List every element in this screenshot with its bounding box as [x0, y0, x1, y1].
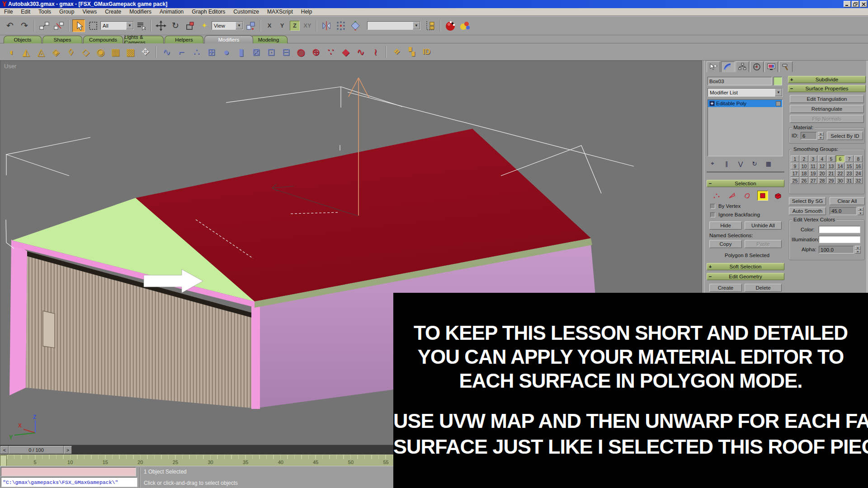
noise-modifier-icon[interactable]: ◈: [49, 45, 63, 59]
hide-button[interactable]: Hide: [709, 221, 742, 230]
smoothing-group-button[interactable]: 10: [800, 163, 808, 169]
cylinder-primitive-icon[interactable]: ▮: [235, 45, 248, 59]
material-id-spinner[interactable]: ▲▼: [818, 132, 824, 140]
minimize-button[interactable]: [844, 1, 851, 7]
alpha-spinner[interactable]: ▲▼: [855, 246, 861, 253]
select-by-id-button[interactable]: Select By ID: [827, 131, 863, 140]
tab-compounds[interactable]: Compounds: [83, 36, 123, 43]
menu-item[interactable]: Group: [55, 9, 78, 15]
taper-modifier-icon[interactable]: ◭: [19, 45, 33, 59]
menu-item[interactable]: Help: [297, 9, 316, 15]
select-by-sg-button[interactable]: Select By SG: [789, 197, 826, 205]
separator[interactable]: [156, 46, 156, 58]
xform-modifier-icon[interactable]: ⊠: [250, 45, 263, 59]
smoothing-group-button[interactable]: 12: [818, 163, 826, 169]
polygon-mode-icon[interactable]: [757, 191, 768, 201]
delete-button[interactable]: Delete: [745, 284, 782, 292]
door[interactable]: [43, 311, 55, 348]
unlink-selection-icon[interactable]: [52, 19, 65, 32]
tab-lights-cameras[interactable]: Lights & Cameras: [124, 36, 164, 43]
surface-properties-rollout-header[interactable]: − Surface Properties: [788, 85, 866, 92]
copy-button[interactable]: Copy: [709, 240, 742, 248]
tab-objects[interactable]: Objects: [4, 36, 42, 43]
smoothing-group-button[interactable]: 24: [854, 170, 863, 177]
restore-button[interactable]: [852, 1, 859, 7]
smoothing-group-button[interactable]: 5: [827, 155, 835, 162]
smoothing-group-button[interactable]: 27: [809, 177, 817, 184]
smoothing-group-button[interactable]: 19: [809, 170, 817, 177]
smoothing-group-button[interactable]: 30: [836, 177, 844, 184]
display-panel-tab[interactable]: [764, 61, 778, 72]
tab-modifiers[interactable]: Modifiers: [204, 35, 253, 43]
smoothing-group-button[interactable]: 1: [791, 155, 799, 162]
checker-map-icon[interactable]: ▚: [405, 45, 419, 59]
uvw-map-icon[interactable]: ❖: [390, 45, 404, 59]
box-cage-icon[interactable]: ⊟: [279, 45, 293, 59]
stack-tool-icon[interactable]: ↻: [750, 159, 760, 168]
smoothing-group-button[interactable]: 18: [800, 170, 808, 177]
listener-input[interactable]: "C:\gmax\gamepacks\FSX_GMaxGamepack\": [1, 477, 137, 487]
select-and-move-icon[interactable]: [155, 19, 167, 32]
close-button[interactable]: [860, 1, 867, 7]
by-vertex-checkbox[interactable]: [710, 204, 715, 209]
spherify-modifier-icon[interactable]: ◉: [94, 45, 108, 59]
tab-helpers[interactable]: Helpers: [165, 36, 203, 43]
macro-recorder-pane[interactable]: [1, 467, 136, 476]
wire-sphere-icon[interactable]: ◍: [294, 45, 308, 59]
redo-icon[interactable]: ↷: [18, 19, 31, 32]
auto-smooth-field[interactable]: 45.0: [830, 207, 857, 215]
align-icon[interactable]: [349, 19, 362, 32]
bend-modifier-icon[interactable]: ◖: [5, 45, 18, 59]
restrict-xy-button[interactable]: XY: [302, 21, 312, 31]
smoothing-group-button[interactable]: 6: [836, 155, 844, 162]
selection-rollout-header[interactable]: − Selection: [707, 180, 784, 187]
retriangulate-button[interactable]: Retriangulate: [790, 105, 864, 113]
restrict-x-button[interactable]: X: [264, 21, 274, 31]
menu-item[interactable]: Views: [78, 9, 101, 15]
select-and-manipulate-icon[interactable]: ✦: [198, 19, 211, 32]
stack-tool-icon[interactable]: ⌖: [708, 159, 717, 168]
chevron-down-icon[interactable]: ▼: [413, 22, 420, 29]
array-icon[interactable]: [335, 19, 347, 32]
prev-frame-button[interactable]: <: [0, 446, 9, 454]
snaps-toggle-icon[interactable]: [424, 19, 437, 32]
smoothing-group-button[interactable]: 14: [836, 163, 844, 169]
menu-item[interactable]: Tools: [34, 9, 55, 15]
smoothing-group-button[interactable]: 29: [827, 177, 835, 184]
squeeze-modifier-icon[interactable]: ◇: [79, 45, 93, 59]
soft-selection-rollout-header[interactable]: + Soft Selection: [707, 263, 784, 270]
smoothing-group-button[interactable]: 26: [800, 177, 808, 184]
smoothing-group-button[interactable]: 16: [854, 163, 863, 169]
smoothing-group-button[interactable]: 11: [809, 163, 817, 169]
smoothing-group-button[interactable]: 8: [854, 155, 863, 162]
restrict-y-button[interactable]: Y: [277, 21, 287, 31]
vertex-paint-icon[interactable]: ∵: [324, 45, 338, 59]
corner-pink-trim[interactable]: [251, 299, 260, 409]
menu-item[interactable]: Animation: [156, 9, 188, 15]
twist-modifier-icon[interactable]: ◬: [34, 45, 48, 59]
vertex-color-swatch[interactable]: [819, 226, 860, 233]
expand-plus-icon[interactable]: [709, 101, 715, 106]
render-icon[interactable]: [458, 19, 471, 32]
xform-center-icon[interactable]: ✥: [139, 45, 152, 59]
menu-item[interactable]: Graph Editors: [188, 9, 229, 15]
material-id-icon[interactable]: ID: [420, 45, 434, 59]
auto-smooth-spinner[interactable]: ▲▼: [858, 207, 863, 215]
selection-filter-dropdown[interactable]: All ▼: [100, 21, 134, 30]
smoothing-group-button[interactable]: 7: [845, 155, 854, 162]
select-and-link-icon[interactable]: [38, 19, 51, 32]
visibility-toggle-icon[interactable]: [776, 101, 781, 106]
smoothing-group-button[interactable]: 3: [809, 155, 817, 162]
lattice-modifier-icon[interactable]: ▦: [109, 45, 123, 59]
clear-all-button[interactable]: Clear All: [830, 197, 865, 205]
menu-item[interactable]: MAXScript: [263, 9, 297, 15]
menu-item[interactable]: Create: [101, 9, 125, 15]
edit-triangulation-button[interactable]: Edit Triangulation: [790, 95, 864, 103]
menu-item[interactable]: Modifiers: [125, 9, 156, 15]
scatter-icon[interactable]: ∴: [190, 45, 203, 59]
chevron-down-icon[interactable]: ▼: [126, 22, 133, 29]
ik-chain-icon[interactable]: ⌐: [175, 45, 189, 59]
smoothing-group-button[interactable]: 32: [854, 177, 863, 184]
object-color-swatch[interactable]: [774, 77, 782, 85]
ignore-backfacing-checkbox[interactable]: [710, 212, 715, 217]
